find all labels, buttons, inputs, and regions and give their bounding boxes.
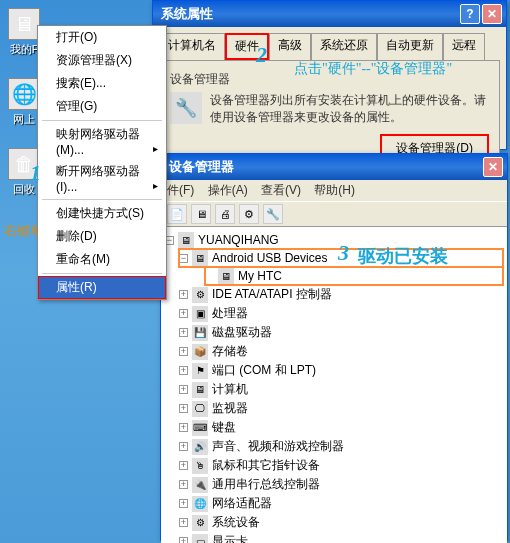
node-label: 端口 (COM 和 LPT) [212, 362, 316, 379]
expand-icon[interactable]: + [179, 499, 188, 508]
network-icon: 🌐 [8, 78, 40, 110]
tree-node[interactable]: +📦存储卷 [179, 342, 503, 361]
toolbar-btn[interactable]: 🖥 [191, 204, 211, 224]
tree-root[interactable]: − 🖥 YUANQIHANG [165, 231, 503, 249]
menu-item-manage[interactable]: 管理(G) [38, 95, 166, 118]
expand-icon[interactable]: + [179, 461, 188, 470]
toolbar-btn[interactable]: 🔧 [263, 204, 283, 224]
tree-node-my-htc[interactable]: 🖥 My HTC [205, 267, 503, 285]
device-icon: 🌐 [192, 496, 208, 512]
menu-item-shortcut[interactable]: 创建快捷方式(S) [38, 202, 166, 225]
menu-item-delete[interactable]: 删除(D) [38, 225, 166, 248]
device-icon: ⌨ [192, 420, 208, 436]
tree-node[interactable]: +🔊声音、视频和游戏控制器 [179, 437, 503, 456]
context-menu: 打开(O) 资源管理器(X) 搜索(E)... 管理(G) 映射网络驱动器(M)… [37, 25, 167, 300]
expand-icon[interactable]: + [179, 309, 188, 318]
menu-item-map-drive[interactable]: 映射网络驱动器(M)... [38, 123, 166, 160]
tree-node[interactable]: +⚙系统设备 [179, 513, 503, 532]
node-label: 显示卡 [212, 533, 248, 543]
device-icon: 🖥 [192, 382, 208, 398]
device-icon: 🖱 [192, 458, 208, 474]
tree-node[interactable]: +⚙IDE ATA/ATAPI 控制器 [179, 285, 503, 304]
computer-icon: 🖥 [178, 232, 194, 248]
tree-node[interactable]: +⚑端口 (COM 和 LPT) [179, 361, 503, 380]
expand-icon[interactable]: + [179, 537, 188, 543]
node-label: 声音、视频和游戏控制器 [212, 438, 344, 455]
help-button[interactable]: ? [460, 4, 480, 24]
menu-help[interactable]: 帮助(H) [314, 183, 355, 197]
tab-advanced[interactable]: 高级 [269, 33, 311, 60]
tree-node[interactable]: +🖵监视器 [179, 399, 503, 418]
expand-icon[interactable]: + [179, 423, 188, 432]
expand-icon[interactable]: + [179, 328, 188, 337]
menu-item-explorer[interactable]: 资源管理器(X) [38, 49, 166, 72]
node-label: 处理器 [212, 305, 248, 322]
toolbar-btn[interactable]: 🖨 [215, 204, 235, 224]
device-icon: 🖥 [218, 268, 234, 284]
toolbar: 📄 🖥 🖨 ⚙ 🔧 [161, 201, 507, 227]
recycle-icon: 🗑 [8, 148, 40, 180]
menu-item-rename[interactable]: 重命名(M) [38, 248, 166, 271]
menu-item-properties[interactable]: 属性(R) [38, 276, 166, 299]
expand-icon[interactable]: + [179, 366, 188, 375]
expand-icon[interactable]: + [179, 518, 188, 527]
tree-node[interactable]: +🖥计算机 [179, 380, 503, 399]
toolbar-btn[interactable]: ⚙ [239, 204, 259, 224]
menu-file[interactable]: 件(F) [167, 183, 194, 197]
device-icon: 🖥 [192, 250, 208, 266]
menu-action[interactable]: 操作(A) [208, 183, 248, 197]
menu-view[interactable]: 查看(V) [261, 183, 301, 197]
tab-system-restore[interactable]: 系统还原 [311, 33, 377, 60]
tab-remote[interactable]: 远程 [443, 33, 485, 60]
toolbar-btn[interactable]: 📄 [167, 204, 187, 224]
menu-item-disconnect-drive[interactable]: 断开网络驱动器(I)... [38, 160, 166, 197]
node-label: 计算机 [212, 381, 248, 398]
tree-node[interactable]: +💾磁盘驱动器 [179, 323, 503, 342]
collapse-icon[interactable]: − [179, 254, 188, 263]
tree-node[interactable]: +▣处理器 [179, 304, 503, 323]
window-title: 系统属性 [161, 5, 458, 23]
menu-separator [42, 120, 162, 121]
tab-auto-update[interactable]: 自动更新 [377, 33, 443, 60]
node-label: My HTC [238, 269, 282, 283]
menu-separator [42, 273, 162, 274]
expand-icon[interactable]: + [179, 347, 188, 356]
tab-strip: 计算机名 硬件 高级 系统还原 自动更新 远程 [153, 27, 506, 60]
tree-node[interactable]: +🌐网络适配器 [179, 494, 503, 513]
window-device-manager: 设备管理器 ✕ 件(F) 操作(A) 查看(V) 帮助(H) 📄 🖥 🖨 ⚙ 🔧… [160, 153, 508, 541]
tree-node[interactable]: +▭显示卡 [179, 532, 503, 543]
device-icon: ⚑ [192, 363, 208, 379]
close-button[interactable]: ✕ [482, 4, 502, 24]
node-label: 鼠标和其它指针设备 [212, 457, 320, 474]
tab-computer-name[interactable]: 计算机名 [159, 33, 225, 60]
tree-node[interactable]: +🖱鼠标和其它指针设备 [179, 456, 503, 475]
expand-icon[interactable]: + [179, 404, 188, 413]
window-system-properties: 系统属性 ? ✕ 计算机名 硬件 高级 系统还原 自动更新 远程 设备管理器 🔧… [152, 0, 507, 150]
expand-icon[interactable]: + [179, 442, 188, 451]
device-icon: 🔊 [192, 439, 208, 455]
window-title: 设备管理器 [169, 158, 481, 176]
tab-panel: 设备管理器 🔧 设备管理器列出所有安装在计算机上的硬件设备。请使用设备管理器来更… [159, 60, 500, 160]
group-description: 设备管理器列出所有安装在计算机上的硬件设备。请使用设备管理器来更改设备的属性。 [210, 92, 489, 126]
expand-icon[interactable]: + [179, 385, 188, 394]
close-button[interactable]: ✕ [483, 157, 503, 177]
node-label: 存储卷 [212, 343, 248, 360]
tree-node[interactable]: +⌨键盘 [179, 418, 503, 437]
expand-icon[interactable]: + [179, 480, 188, 489]
titlebar[interactable]: 设备管理器 ✕ [161, 154, 507, 180]
tree-node-android-usb[interactable]: − 🖥 Android USB Devices [179, 249, 503, 267]
device-tree[interactable]: − 🖥 YUANQIHANG − 🖥 Android USB Devices 🖥… [161, 227, 507, 543]
device-manager-icon: 🔧 [170, 92, 202, 124]
menu-separator [42, 199, 162, 200]
node-label: 监视器 [212, 400, 248, 417]
device-icon: 💾 [192, 325, 208, 341]
menu-item-search[interactable]: 搜索(E)... [38, 72, 166, 95]
tab-hardware[interactable]: 硬件 [225, 33, 269, 60]
node-label: Android USB Devices [212, 251, 327, 265]
tree-node[interactable]: +🔌通用串行总线控制器 [179, 475, 503, 494]
expand-icon[interactable]: + [179, 290, 188, 299]
titlebar[interactable]: 系统属性 ? ✕ [153, 1, 506, 27]
node-label: 通用串行总线控制器 [212, 476, 320, 493]
menu-item-open[interactable]: 打开(O) [38, 26, 166, 49]
node-label: YUANQIHANG [198, 233, 279, 247]
